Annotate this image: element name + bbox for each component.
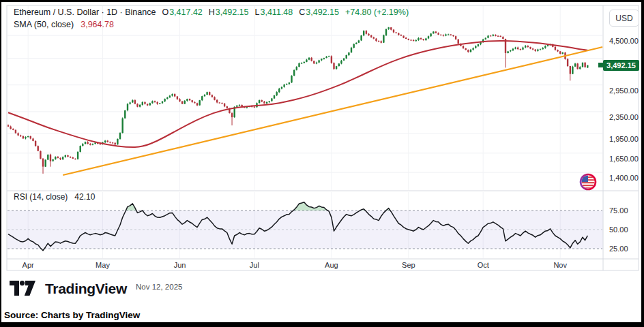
price-scale[interactable]: 4,500.003,700.002,950.002,350.001,950.00… (603, 5, 640, 191)
footer: TradingView Nov 12, 2025 (10, 281, 182, 300)
time-axis-label: Apr (23, 260, 34, 270)
price-axis-label: 1,400.00 (609, 174, 639, 182)
rsi-scale[interactable]: 75.0050.0025.00 (603, 191, 640, 259)
tradingview-logo-icon[interactable] (10, 281, 36, 300)
symbol-title: Ethereum / U.S. Dollar · 1D · Binance (14, 7, 156, 17)
rsi-axis-label: 50.00 (609, 225, 628, 234)
last-price-tick (598, 63, 603, 67)
ohlc-high: H3,492.15 (209, 7, 249, 17)
rsi-label: RSI (14, close) (14, 192, 68, 202)
chart-canvas[interactable] (0, 0, 644, 327)
ohlc-close: C3,492.15 (299, 7, 339, 17)
change-value: +74.80 (+2.19%) (345, 7, 409, 17)
price-axis-label: 1,950.00 (609, 135, 639, 143)
last-price-tag: 3,492.15 (603, 60, 639, 71)
time-scale[interactable]: AprMayJunJulAugSepOctNov (7, 260, 639, 270)
time-axis-label: Sep (402, 260, 415, 270)
time-axis-label: Nov (553, 260, 567, 270)
ohlc-low: L3,411.48 (255, 7, 293, 17)
price-axis-label: 2,950.00 (609, 87, 639, 95)
rsi-axis-label: 75.00 (609, 206, 628, 215)
time-axis-label: Jul (250, 260, 259, 270)
price-axis-label: 2,350.00 (609, 113, 639, 121)
sma-label: SMA (50, close) (14, 20, 74, 29)
rsi-legend[interactable]: RSI (14, close) 42.10 (14, 192, 95, 202)
chart-widget: Ethereum / U.S. Dollar · 1D · Binance O3… (0, 0, 644, 327)
rsi-value: 42.10 (74, 192, 95, 202)
sma-legend[interactable]: SMA (50, close) 3,964.78 (14, 20, 114, 29)
ohlc-open: O3,417.42 (162, 7, 202, 17)
price-axis-label: 4,500.00 (609, 37, 639, 45)
price-axis-label: 1,650.00 (609, 155, 639, 163)
time-axis-label: Aug (325, 260, 338, 270)
time-axis-label: May (96, 260, 110, 270)
tradingview-logotype[interactable]: TradingView (45, 281, 127, 297)
source-attribution: Source: Charts by TradingView (4, 310, 140, 320)
rsi-axis-label: 25.00 (609, 245, 628, 253)
sma-value: 3,964.78 (80, 20, 114, 29)
usd-flag-icon (581, 174, 596, 189)
chart-date: Nov 12, 2025 (136, 283, 182, 291)
symbol-legend[interactable]: Ethereum / U.S. Dollar · 1D · Binance O3… (14, 7, 409, 17)
time-axis-label: Jun (174, 260, 186, 270)
time-axis-label: Oct (478, 260, 489, 270)
